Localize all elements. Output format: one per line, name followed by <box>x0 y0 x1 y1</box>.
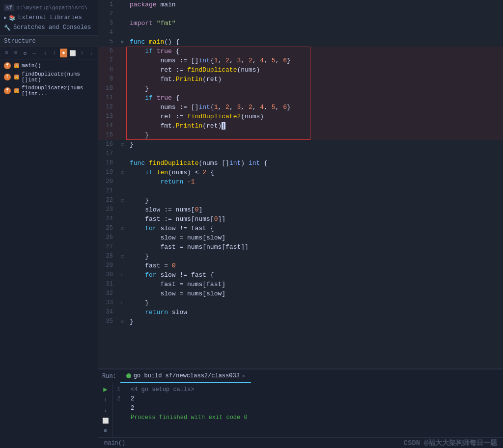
struct-item-finddup[interactable]: f 🔒 findDuplicate(nums []int) <box>0 70 98 84</box>
code-editor[interactable]: 1package main23import "fmt"45▶func main(… <box>98 0 503 369</box>
struct-item-finddup2[interactable]: f 🔒 findDuplicate2(nums []int... <box>0 84 98 98</box>
sidebar: sf D:\mysetup\gopath\src\ ▶ 📚 External L… <box>0 0 98 448</box>
line-number: 15 <box>98 131 118 140</box>
run-wrap-button[interactable]: ≡ <box>101 427 111 435</box>
run-down-button[interactable]: ↓ <box>101 406 111 414</box>
structure-btn-down2[interactable]: ↓ <box>87 49 95 57</box>
line-content <box>128 28 503 37</box>
structure-btn-record[interactable]: ● <box>60 49 67 57</box>
output-line: 2 <box>131 404 499 413</box>
line-number: 27 <box>98 242 118 252</box>
line-content: nums := []int{1, 2, 3, 2, 4, 5, 6} <box>128 103 503 112</box>
structure-btn-minimize[interactable]: — <box>30 49 38 57</box>
struct-label-finddup: findDuplicate(nums []int) <box>22 71 94 83</box>
run-play-button[interactable]: ▶ <box>101 385 111 394</box>
sidebar-path[interactable]: sf D:\mysetup\gopath\src\ <box>0 3 98 13</box>
code-line-14: 14 fmt.Println(ret)| <box>98 121 503 131</box>
structure-btn-settings[interactable]: ⚙ <box>21 49 28 57</box>
code-line-13: 13 ret := findDuplicate2(nums) <box>98 112 503 121</box>
line-content: } <box>128 84 503 93</box>
structure-btn-up1[interactable]: ↑ <box>51 49 58 57</box>
code-line-24: 24 fast := nums[nums[0]] <box>98 214 503 224</box>
line-gutter: ◻ <box>118 168 128 177</box>
line-gutter <box>118 0 128 9</box>
line-content: for slow != fast { <box>128 224 503 233</box>
code-line-20: 20 return -1 <box>98 177 503 186</box>
line-content: if true { <box>128 47 503 56</box>
run-content: ▶ ↑ ↓ ⬜ ≡ 12<4 go setup calls>22Process … <box>98 383 503 437</box>
line-number: 30 <box>98 270 118 280</box>
structure-btn-list1[interactable]: ≡ <box>3 49 10 57</box>
line-gutter <box>118 28 128 37</box>
line-gutter <box>118 158 128 168</box>
run-tabs: Run: go build sf/newclass2/class033 ✕ <box>98 369 503 383</box>
line-gutter <box>118 186 128 196</box>
output-line: Process finished with exit code 0 <box>131 413 499 422</box>
scratches-label: Scratches and Consoles <box>13 24 91 31</box>
code-line-35: 35◻} <box>98 317 503 326</box>
line-content: fmt.Println(ret)| <box>128 121 503 131</box>
code-line-23: 23 slow := nums[0] <box>98 205 503 214</box>
line-gutter <box>118 214 128 224</box>
run-stop-button[interactable]: ⬜ <box>101 417 111 425</box>
cursor: | <box>222 122 225 130</box>
line-content: fast := nums[nums[0]] <box>128 214 503 224</box>
code-line-10: 10 } <box>98 84 503 93</box>
code-line-28: 28◻ } <box>98 252 503 261</box>
code-line-34: 34 return slow <box>98 308 503 317</box>
line-number: 32 <box>98 289 118 298</box>
line-content: } <box>128 140 503 149</box>
code-line-31: 31 fast = nums[fast] <box>98 280 503 289</box>
status-bar: main() CSDN @福大大架构师每日一题 <box>98 437 503 448</box>
struct-label-finddup2: findDuplicate2(nums []int... <box>22 85 94 97</box>
code-line-16: 16◻} <box>98 140 503 149</box>
run-up-button[interactable]: ↑ <box>101 395 111 404</box>
run-tab-main[interactable]: go build sf/newclass2/class033 ✕ <box>120 369 251 383</box>
line-number: 25 <box>98 224 118 233</box>
structure-btn-square[interactable]: ⬜ <box>69 49 77 57</box>
sidebar-item-external-libraries[interactable]: ▶ 📚 External Libraries <box>0 13 98 23</box>
line-number: 4 <box>98 28 118 37</box>
structure-btn-up2[interactable]: ↑ <box>79 49 86 57</box>
library-icon: 📚 <box>9 15 16 21</box>
line-number: 31 <box>98 280 118 289</box>
code-line-27: 27 fast = nums[nums[fast]] <box>98 242 503 252</box>
line-gutter: ◻ <box>118 317 128 326</box>
struct-icon-lock: 🔒 <box>14 63 19 68</box>
run-label: Run: <box>102 373 116 380</box>
line-gutter <box>118 261 128 270</box>
code-line-3: 3import "fmt" <box>98 19 503 28</box>
line-number: 34 <box>98 308 118 317</box>
line-content: return -1 <box>128 177 503 186</box>
sidebar-item-scratches[interactable]: 🔧 Scratches and Consoles <box>0 23 98 32</box>
line-content: if len(nums) < 2 { <box>128 168 503 177</box>
line-gutter: ◻ <box>118 298 128 308</box>
editor-area: 1package main23import "fmt"45▶func main(… <box>98 0 503 448</box>
code-line-5: 5▶func main() { <box>98 37 503 47</box>
line-gutter <box>118 233 128 242</box>
run-output-area[interactable]: 12<4 go setup calls>22Process finished w… <box>113 383 503 437</box>
line-gutter: ◻ <box>118 196 128 205</box>
structure-header: Structure <box>0 36 98 47</box>
struct-icon-f3: f <box>4 87 11 94</box>
output-content: 12<4 go setup calls>22Process finished w… <box>117 385 499 435</box>
code-line-2: 2 <box>98 9 503 19</box>
structure-btn-list2[interactable]: ≡ <box>12 49 20 57</box>
structure-btn-down1[interactable]: ↓ <box>42 49 49 57</box>
code-line-21: 21 <box>98 186 503 196</box>
line-number: 6 <box>98 47 118 56</box>
line-content: func findDuplicate(nums []int) int { <box>128 158 503 168</box>
line-number: 11 <box>98 93 118 103</box>
struct-item-main[interactable]: f 🔒 main() <box>0 61 98 70</box>
line-gutter <box>118 65 128 75</box>
line-content: nums := []int{1, 2, 3, 2, 4, 5, 6} <box>128 56 503 65</box>
line-number: 22 <box>98 196 118 205</box>
line-number: 17 <box>98 149 118 158</box>
line-number: 35 <box>98 317 118 326</box>
line-content: if true { <box>128 93 503 103</box>
line-gutter <box>118 177 128 186</box>
line-content: } <box>128 131 503 140</box>
run-tab-close[interactable]: ✕ <box>242 373 245 379</box>
code-line-12: 12 nums := []int{1, 2, 3, 2, 4, 5, 6} <box>98 103 503 112</box>
line-gutter: ▶ <box>118 37 128 47</box>
